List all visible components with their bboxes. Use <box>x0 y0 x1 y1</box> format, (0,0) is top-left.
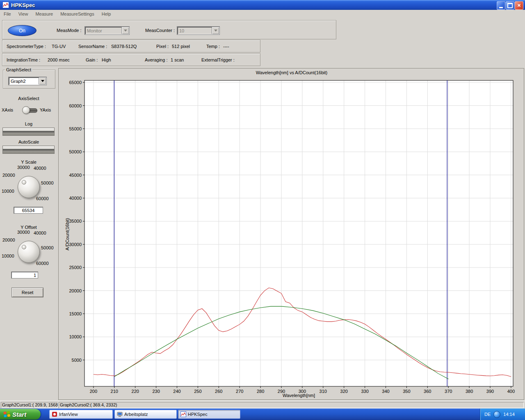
knob-tick-10000: 10000 <box>2 254 14 258</box>
knob-tick-10000: 10000 <box>2 189 14 194</box>
chart-x-axis-label: Wavelength[nm] <box>84 393 513 398</box>
status-bar: Graph2Cursol1:( 209.9, 1568) Graph2Curso… <box>0 401 525 409</box>
on-button[interactable]: On <box>8 25 37 36</box>
window-title: HPKSpec <box>11 2 35 8</box>
task-label: Arbeitsplatz <box>124 412 148 417</box>
app-window: HPKSpec ✕ File View Measure MeasureSetti… <box>0 0 525 420</box>
gain-label: Gain : <box>86 57 98 63</box>
menu-file[interactable]: File <box>0 10 15 18</box>
averaging-label: Averaging : <box>145 57 167 63</box>
log-label: Log <box>0 121 57 126</box>
meas-counter-select[interactable]: 10 <box>177 26 220 35</box>
meas-counter-label: MeasCounter : <box>145 28 175 33</box>
knob-tick-20000: 20000 <box>2 173 15 178</box>
knob-tick-40000: 40000 <box>34 231 46 235</box>
knob-tick-20000: 20000 <box>2 238 15 242</box>
axis-toggle[interactable] <box>23 106 37 114</box>
autoscale-switch[interactable] <box>2 146 55 154</box>
task-irfanview[interactable]: IrfanView <box>49 410 113 419</box>
svg-text:15000: 15000 <box>69 311 82 316</box>
reset-button[interactable]: Reset <box>11 288 43 297</box>
gain-value: High <box>102 57 111 63</box>
close-button[interactable]: ✕ <box>515 1 523 10</box>
acquisition-info-panel: IntegrationTime : 2000 msec Gain : High … <box>2 53 260 66</box>
graph-select-value: Graph2 <box>11 79 26 84</box>
meas-counter-value: 10 <box>179 28 184 34</box>
svg-text:35000: 35000 <box>69 219 82 224</box>
menu-bar: File View Measure MeasureSettings Help <box>0 10 525 18</box>
sensor-name-label: SensorName : <box>78 44 107 49</box>
knob-tick-40000: 40000 <box>34 166 46 171</box>
task-hpkspec[interactable]: HPKSpec <box>178 410 240 419</box>
spectrum-chart[interactable]: 2002102202302402502602702802903003103203… <box>59 68 524 399</box>
task-arbeitsplatz[interactable]: Arbeitsplatz <box>114 410 177 419</box>
cursor2-status: Graph2Cursol2:( 369.4, 2332) <box>59 402 524 408</box>
svg-text:30000: 30000 <box>69 242 82 247</box>
title-bar: HPKSpec ✕ <box>0 0 525 10</box>
knob-tick-30000: 30000 <box>17 165 30 170</box>
y-axis-label: YAxis <box>40 107 51 113</box>
chevron-down-icon[interactable] <box>121 27 129 34</box>
menu-help[interactable]: Help <box>98 10 115 18</box>
svg-text:65000: 65000 <box>69 80 82 85</box>
y-scale-input[interactable] <box>14 207 43 214</box>
svg-text:40000: 40000 <box>69 196 82 201</box>
y-offset-knob[interactable] <box>18 241 40 263</box>
knob-tick-50000: 50000 <box>41 246 54 250</box>
task-label: IrfanView <box>59 412 78 417</box>
integration-time-value: 2000 msec <box>48 57 70 63</box>
cursor1-status: Graph2Cursol1:( 209.9, 1568) <box>1 402 58 408</box>
knob-tick-30000: 30000 <box>17 230 30 235</box>
system-tray: DE 14:14 <box>480 409 525 420</box>
external-trigger-label: ExternalTrigger : <box>201 57 235 63</box>
start-label: Start <box>12 411 26 418</box>
spectrometer-type-label: SpectrometerType : <box>7 44 46 49</box>
graph-select-dropdown[interactable]: Graph2 <box>8 77 47 85</box>
svg-text:60000: 60000 <box>69 103 82 108</box>
y-scale-knob[interactable] <box>18 176 40 198</box>
svg-text:5000: 5000 <box>72 358 82 363</box>
menu-measure[interactable]: Measure <box>32 10 57 18</box>
svg-text:25000: 25000 <box>69 265 82 270</box>
menu-measuresettings[interactable]: MeasureSettings <box>57 10 98 18</box>
menu-view[interactable]: View <box>15 10 32 18</box>
averaging-value: 1 scan <box>171 57 184 63</box>
hpkspec-icon <box>180 411 186 417</box>
taskbar: Start IrfanView Arbeitsplatz HPKSpec <box>0 409 525 420</box>
temp-value: ---- <box>223 44 229 49</box>
svg-text:55000: 55000 <box>69 126 82 131</box>
measure-control-panel: On MeasMode : Monitor MeasCounter : 10 <box>2 20 336 39</box>
integration-time-label: IntegrationTime : <box>7 57 40 63</box>
irfanview-icon <box>52 411 57 417</box>
windows-flag-icon <box>3 410 11 418</box>
computer-icon <box>117 411 123 417</box>
minimize-button[interactable] <box>497 1 505 10</box>
x-axis-label: XAxis <box>2 107 13 113</box>
spectrometer-type-value: TG-UV <box>52 44 66 49</box>
start-button[interactable]: Start <box>0 409 41 420</box>
svg-text:20000: 20000 <box>69 288 82 293</box>
svg-text:10000: 10000 <box>69 334 82 339</box>
tray-icon[interactable] <box>493 411 500 418</box>
knob-tick-50000: 50000 <box>41 181 54 185</box>
chevron-down-icon[interactable] <box>212 27 219 34</box>
task-label: HPKSpec <box>188 412 208 417</box>
y-offset-knob-block: 30000 40000 20000 50000 10000 60000 <box>0 229 57 274</box>
meas-mode-label: MeasMode : <box>57 28 82 33</box>
svg-text:50000: 50000 <box>69 149 82 154</box>
knob-tick-60000: 60000 <box>36 261 49 266</box>
meas-mode-select[interactable]: Monitor <box>84 26 130 35</box>
clock: 14:14 <box>503 412 515 417</box>
chevron-down-icon[interactable] <box>39 78 46 84</box>
knob-indicator <box>22 180 26 185</box>
sensor-name-value: S8378-512Q <box>111 44 137 49</box>
app-icon <box>2 2 9 8</box>
log-switch[interactable] <box>2 128 55 136</box>
graph-controls-sidebar: GraphSelect Graph2 AxisSelect XAxis YAxi… <box>0 68 58 400</box>
language-indicator[interactable]: DE <box>484 412 491 417</box>
y-offset-input[interactable] <box>11 272 38 278</box>
graph-select-group: GraphSelect Graph2 <box>3 70 55 89</box>
axis-select-label: AxisSelect <box>0 96 57 101</box>
graph-select-label: GraphSelect <box>5 68 32 72</box>
restore-button[interactable] <box>506 1 514 10</box>
